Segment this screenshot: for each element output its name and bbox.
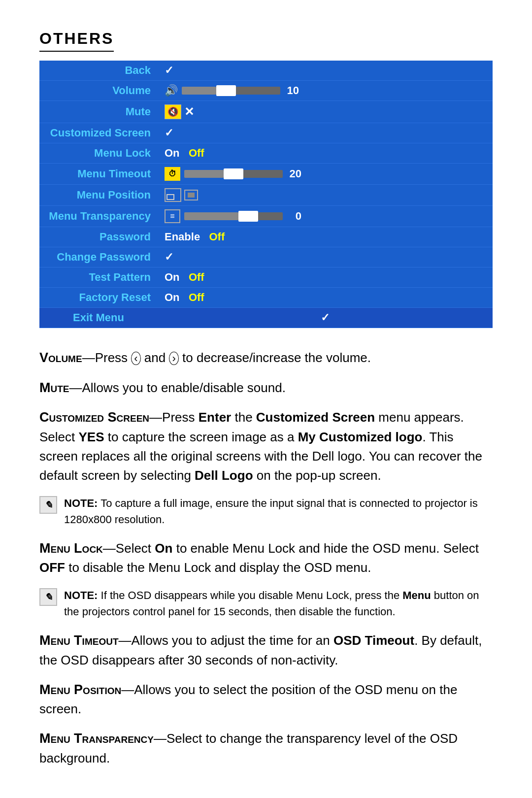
volume-icon: 🔊	[165, 84, 178, 97]
mute-paragraph: Mute—Allows you to enable/disable sound.	[39, 378, 493, 398]
row-label-customized-screen: Customized Screen	[39, 123, 158, 143]
yes-bold: YES	[79, 430, 104, 444]
note-icon-2: ✎	[39, 588, 57, 606]
row-label-menu-timeout: Menu Timeout	[39, 164, 158, 185]
note-text-2: NOTE: If the OSD disappears while you di…	[64, 587, 493, 620]
table-row: Customized Screen ✓	[39, 123, 493, 143]
timeout-icon: ⏱	[165, 167, 180, 181]
position-icon-outer	[165, 188, 181, 202]
transparency-icon: ≡	[165, 209, 180, 223]
on-bold: On	[155, 541, 172, 556]
customized-screen-bold: Customized Screen	[256, 410, 375, 425]
menu-lock-term: Menu Lock	[39, 541, 103, 556]
note-icon-1: ✎	[39, 496, 57, 514]
customized-screen-paragraph: Customized Screen—Press Enter the Custom…	[39, 407, 493, 485]
row-value-volume: 🔊 10	[158, 81, 493, 101]
mute-x-icon: ✕	[184, 105, 194, 119]
row-label-test-pattern: Test Pattern	[39, 267, 158, 288]
volume-value: 10	[284, 84, 299, 97]
menu-timeout-paragraph: Menu Timeout—Allows you to adjust the ti…	[39, 631, 493, 670]
table-row: Test Pattern On Off	[39, 267, 493, 288]
menu-transparency-paragraph: Menu Transparency—Select to change the t…	[39, 729, 493, 768]
customized-screen-term: Customized Screen	[39, 410, 149, 425]
enter-bold: Enter	[199, 410, 231, 425]
exit-menu-check: ✓	[158, 308, 493, 328]
volume-term: Volume	[39, 350, 82, 365]
table-row: Menu Position	[39, 185, 493, 206]
row-label-back: Back	[39, 61, 158, 81]
table-row: Menu Transparency ≡ 0	[39, 206, 493, 227]
row-value-back: ✓	[158, 61, 493, 81]
menu-position-paragraph: Menu Position—Allows you to select the p…	[39, 680, 493, 719]
table-row: Menu Lock On Off	[39, 143, 493, 164]
exit-menu-label: Exit Menu	[39, 308, 158, 328]
menu-transparency-term: Menu Transparency	[39, 731, 154, 746]
row-label-mute: Mute	[39, 101, 158, 123]
mute-term: Mute	[39, 380, 69, 395]
right-arrow-icon: ›	[169, 352, 178, 365]
timeout-value: 20	[287, 167, 301, 180]
left-arrow-icon: ‹	[131, 352, 140, 365]
row-label-menu-transparency: Menu Transparency	[39, 206, 158, 227]
row-value-factory-reset: On Off	[158, 288, 493, 308]
menu-timeout-term: Menu Timeout	[39, 633, 119, 648]
row-value-menu-timeout: ⏱ 20	[158, 164, 493, 185]
note-text-1: NOTE: To capture a full image, ensure th…	[64, 495, 493, 528]
table-row: Volume 🔊 10	[39, 81, 493, 101]
osd-menu-table: Back ✓ Volume 🔊 10 Mute 🔇 ✕ Customi	[39, 61, 493, 328]
transparency-slider[interactable]	[184, 212, 283, 220]
table-row: Mute 🔇 ✕	[39, 101, 493, 123]
row-value-menu-transparency: ≡ 0	[158, 206, 493, 227]
row-label-menu-lock: Menu Lock	[39, 143, 158, 164]
off-bold: OFF	[39, 560, 65, 575]
row-value-password: Enable Off	[158, 227, 493, 247]
exit-menu-row: Exit Menu ✓	[39, 308, 493, 328]
volume-paragraph: Volume—Press ‹ and › to decrease/increas…	[39, 348, 493, 368]
my-customized-logo-bold: My Customized logo	[298, 430, 423, 444]
note-label-2: NOTE:	[64, 589, 98, 601]
note-box-1: ✎ NOTE: To capture a full image, ensure …	[39, 495, 493, 528]
note-box-2: ✎ NOTE: If the OSD disappears while you …	[39, 587, 493, 620]
table-row: Factory Reset On Off	[39, 288, 493, 308]
note-label-1: NOTE:	[64, 497, 98, 509]
row-label-change-password: Change Password	[39, 247, 158, 267]
position-icon-inner	[184, 190, 198, 200]
row-value-mute: 🔇 ✕	[158, 101, 493, 123]
volume-slider[interactable]	[182, 87, 280, 95]
osd-timeout-bold: OSD Timeout	[333, 633, 414, 648]
mute-icon: 🔇	[165, 104, 181, 119]
row-label-volume: Volume	[39, 81, 158, 101]
section-heading: OTHERS	[39, 30, 114, 52]
transparency-value: 0	[287, 210, 301, 223]
row-label-factory-reset: Factory Reset	[39, 288, 158, 308]
row-label-password: Password	[39, 227, 158, 247]
row-label-menu-position: Menu Position	[39, 185, 158, 206]
row-value-customized-screen: ✓	[158, 123, 493, 143]
table-row: Password Enable Off	[39, 227, 493, 247]
menu-position-term: Menu Position	[39, 682, 121, 697]
menu-lock-paragraph: Menu Lock—Select On to enable Menu Lock …	[39, 538, 493, 578]
dell-logo-bold: Dell Logo	[195, 468, 253, 483]
row-value-menu-lock: On Off	[158, 143, 493, 164]
row-value-test-pattern: On Off	[158, 267, 493, 288]
row-value-change-password: ✓	[158, 247, 493, 267]
table-row: Change Password ✓	[39, 247, 493, 267]
timeout-slider[interactable]	[184, 170, 283, 178]
table-row: Back ✓	[39, 61, 493, 81]
row-value-menu-position	[158, 185, 493, 206]
table-row: Menu Timeout ⏱ 20	[39, 164, 493, 185]
